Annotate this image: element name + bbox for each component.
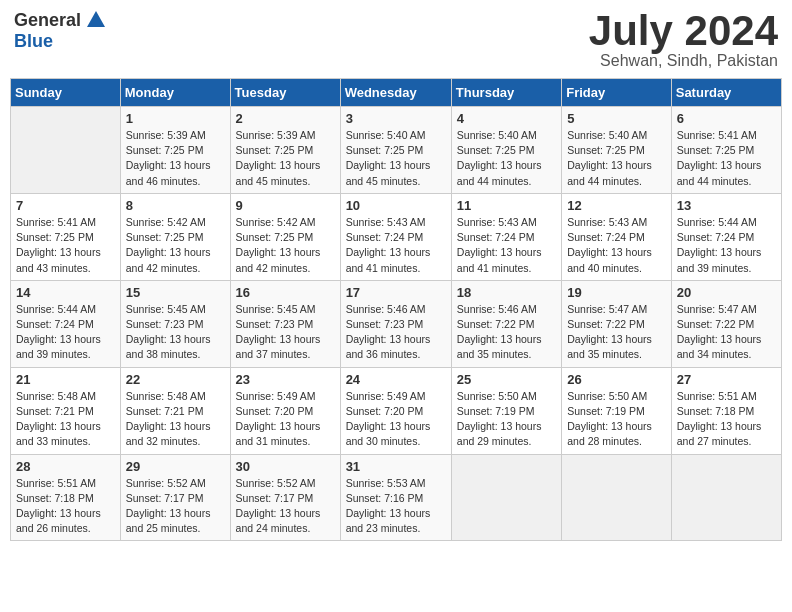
logo-general-text: General — [14, 10, 81, 31]
calendar-cell: 7Sunrise: 5:41 AMSunset: 7:25 PMDaylight… — [11, 193, 121, 280]
calendar-cell: 15Sunrise: 5:45 AMSunset: 7:23 PMDayligh… — [120, 280, 230, 367]
day-detail: Sunrise: 5:51 AMSunset: 7:18 PMDaylight:… — [16, 476, 115, 537]
day-number: 21 — [16, 372, 115, 387]
day-number: 31 — [346, 459, 446, 474]
day-number: 16 — [236, 285, 335, 300]
calendar-cell: 20Sunrise: 5:47 AMSunset: 7:22 PMDayligh… — [671, 280, 781, 367]
day-number: 14 — [16, 285, 115, 300]
day-detail: Sunrise: 5:43 AMSunset: 7:24 PMDaylight:… — [567, 215, 666, 276]
day-number: 10 — [346, 198, 446, 213]
calendar-row: 1Sunrise: 5:39 AMSunset: 7:25 PMDaylight… — [11, 107, 782, 194]
calendar-cell: 5Sunrise: 5:40 AMSunset: 7:25 PMDaylight… — [562, 107, 672, 194]
day-number: 11 — [457, 198, 556, 213]
day-number: 18 — [457, 285, 556, 300]
calendar-cell: 25Sunrise: 5:50 AMSunset: 7:19 PMDayligh… — [451, 367, 561, 454]
day-number: 9 — [236, 198, 335, 213]
day-detail: Sunrise: 5:40 AMSunset: 7:25 PMDaylight:… — [457, 128, 556, 189]
day-detail: Sunrise: 5:52 AMSunset: 7:17 PMDaylight:… — [126, 476, 225, 537]
day-number: 29 — [126, 459, 225, 474]
calendar-row: 14Sunrise: 5:44 AMSunset: 7:24 PMDayligh… — [11, 280, 782, 367]
day-detail: Sunrise: 5:41 AMSunset: 7:25 PMDaylight:… — [16, 215, 115, 276]
calendar-cell: 9Sunrise: 5:42 AMSunset: 7:25 PMDaylight… — [230, 193, 340, 280]
day-detail: Sunrise: 5:45 AMSunset: 7:23 PMDaylight:… — [236, 302, 335, 363]
logo-icon — [85, 9, 107, 31]
calendar-cell: 17Sunrise: 5:46 AMSunset: 7:23 PMDayligh… — [340, 280, 451, 367]
day-detail: Sunrise: 5:52 AMSunset: 7:17 PMDaylight:… — [236, 476, 335, 537]
day-detail: Sunrise: 5:39 AMSunset: 7:25 PMDaylight:… — [126, 128, 225, 189]
column-header-friday: Friday — [562, 79, 672, 107]
calendar-cell — [451, 454, 561, 541]
column-header-wednesday: Wednesday — [340, 79, 451, 107]
day-number: 4 — [457, 111, 556, 126]
day-number: 17 — [346, 285, 446, 300]
calendar-cell — [562, 454, 672, 541]
calendar-cell: 6Sunrise: 5:41 AMSunset: 7:25 PMDaylight… — [671, 107, 781, 194]
calendar-cell: 19Sunrise: 5:47 AMSunset: 7:22 PMDayligh… — [562, 280, 672, 367]
day-number: 15 — [126, 285, 225, 300]
calendar-cell: 4Sunrise: 5:40 AMSunset: 7:25 PMDaylight… — [451, 107, 561, 194]
day-number: 26 — [567, 372, 666, 387]
day-number: 30 — [236, 459, 335, 474]
calendar-cell: 28Sunrise: 5:51 AMSunset: 7:18 PMDayligh… — [11, 454, 121, 541]
calendar-cell: 23Sunrise: 5:49 AMSunset: 7:20 PMDayligh… — [230, 367, 340, 454]
day-number: 27 — [677, 372, 776, 387]
day-number: 13 — [677, 198, 776, 213]
logo: General Blue — [14, 10, 107, 52]
day-detail: Sunrise: 5:44 AMSunset: 7:24 PMDaylight:… — [16, 302, 115, 363]
calendar-cell: 24Sunrise: 5:49 AMSunset: 7:20 PMDayligh… — [340, 367, 451, 454]
column-header-tuesday: Tuesday — [230, 79, 340, 107]
calendar-cell: 18Sunrise: 5:46 AMSunset: 7:22 PMDayligh… — [451, 280, 561, 367]
calendar-cell — [11, 107, 121, 194]
day-number: 3 — [346, 111, 446, 126]
day-number: 22 — [126, 372, 225, 387]
calendar-cell: 26Sunrise: 5:50 AMSunset: 7:19 PMDayligh… — [562, 367, 672, 454]
day-detail: Sunrise: 5:53 AMSunset: 7:16 PMDaylight:… — [346, 476, 446, 537]
day-detail: Sunrise: 5:45 AMSunset: 7:23 PMDaylight:… — [126, 302, 225, 363]
calendar-cell: 10Sunrise: 5:43 AMSunset: 7:24 PMDayligh… — [340, 193, 451, 280]
day-number: 12 — [567, 198, 666, 213]
day-number: 6 — [677, 111, 776, 126]
column-header-monday: Monday — [120, 79, 230, 107]
day-detail: Sunrise: 5:42 AMSunset: 7:25 PMDaylight:… — [236, 215, 335, 276]
day-detail: Sunrise: 5:49 AMSunset: 7:20 PMDaylight:… — [346, 389, 446, 450]
day-number: 2 — [236, 111, 335, 126]
day-detail: Sunrise: 5:48 AMSunset: 7:21 PMDaylight:… — [126, 389, 225, 450]
calendar-row: 7Sunrise: 5:41 AMSunset: 7:25 PMDaylight… — [11, 193, 782, 280]
calendar-cell: 8Sunrise: 5:42 AMSunset: 7:25 PMDaylight… — [120, 193, 230, 280]
day-detail: Sunrise: 5:50 AMSunset: 7:19 PMDaylight:… — [457, 389, 556, 450]
day-number: 5 — [567, 111, 666, 126]
day-detail: Sunrise: 5:49 AMSunset: 7:20 PMDaylight:… — [236, 389, 335, 450]
day-detail: Sunrise: 5:40 AMSunset: 7:25 PMDaylight:… — [346, 128, 446, 189]
day-detail: Sunrise: 5:51 AMSunset: 7:18 PMDaylight:… — [677, 389, 776, 450]
day-number: 20 — [677, 285, 776, 300]
calendar-cell: 30Sunrise: 5:52 AMSunset: 7:17 PMDayligh… — [230, 454, 340, 541]
day-number: 19 — [567, 285, 666, 300]
day-detail: Sunrise: 5:47 AMSunset: 7:22 PMDaylight:… — [567, 302, 666, 363]
day-detail: Sunrise: 5:43 AMSunset: 7:24 PMDaylight:… — [457, 215, 556, 276]
day-number: 8 — [126, 198, 225, 213]
calendar-cell: 3Sunrise: 5:40 AMSunset: 7:25 PMDaylight… — [340, 107, 451, 194]
day-detail: Sunrise: 5:46 AMSunset: 7:22 PMDaylight:… — [457, 302, 556, 363]
day-detail: Sunrise: 5:44 AMSunset: 7:24 PMDaylight:… — [677, 215, 776, 276]
day-detail: Sunrise: 5:47 AMSunset: 7:22 PMDaylight:… — [677, 302, 776, 363]
calendar-cell: 13Sunrise: 5:44 AMSunset: 7:24 PMDayligh… — [671, 193, 781, 280]
day-detail: Sunrise: 5:39 AMSunset: 7:25 PMDaylight:… — [236, 128, 335, 189]
calendar-table: SundayMondayTuesdayWednesdayThursdayFrid… — [10, 78, 782, 541]
svg-marker-0 — [87, 11, 105, 27]
location-subtitle: Sehwan, Sindh, Pakistan — [589, 52, 778, 70]
day-number: 23 — [236, 372, 335, 387]
calendar-cell: 29Sunrise: 5:52 AMSunset: 7:17 PMDayligh… — [120, 454, 230, 541]
month-title: July 2024 — [589, 10, 778, 52]
calendar-cell: 22Sunrise: 5:48 AMSunset: 7:21 PMDayligh… — [120, 367, 230, 454]
day-detail: Sunrise: 5:41 AMSunset: 7:25 PMDaylight:… — [677, 128, 776, 189]
calendar-cell — [671, 454, 781, 541]
calendar-row: 28Sunrise: 5:51 AMSunset: 7:18 PMDayligh… — [11, 454, 782, 541]
page-header: General Blue July 2024 Sehwan, Sindh, Pa… — [10, 10, 782, 70]
calendar-header-row: SundayMondayTuesdayWednesdayThursdayFrid… — [11, 79, 782, 107]
logo-blue-text: Blue — [14, 31, 53, 51]
title-area: July 2024 Sehwan, Sindh, Pakistan — [589, 10, 778, 70]
day-number: 1 — [126, 111, 225, 126]
calendar-cell: 14Sunrise: 5:44 AMSunset: 7:24 PMDayligh… — [11, 280, 121, 367]
column-header-thursday: Thursday — [451, 79, 561, 107]
column-header-sunday: Sunday — [11, 79, 121, 107]
